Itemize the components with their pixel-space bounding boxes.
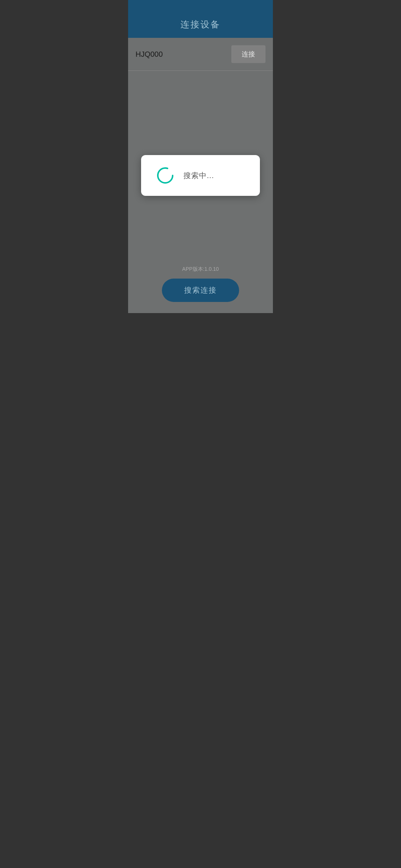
device-name: HJQ000 — [136, 50, 163, 59]
device-list: HJQ000 连接 — [128, 38, 273, 71]
page-title: 连接设备 — [136, 19, 265, 30]
content-area: HJQ000 连接 搜索中... APP版本:1.0.10 搜索连接 — [128, 38, 273, 313]
bottom-area: APP版本:1.0.10 搜索连接 — [128, 266, 273, 313]
version-text: APP版本:1.0.10 — [182, 266, 219, 273]
connect-button[interactable]: 连接 — [231, 45, 265, 63]
device-item: HJQ000 连接 — [128, 38, 273, 71]
screen: 连接设备 HJQ000 连接 搜索中... APP版本:1.0.10 搜索连接 — [128, 0, 273, 313]
loading-modal: 搜索中... — [141, 155, 260, 196]
search-connect-button[interactable]: 搜索连接 — [162, 279, 239, 302]
loading-text: 搜索中... — [183, 171, 214, 181]
spinner-svg — [156, 166, 175, 185]
svg-point-0 — [158, 168, 173, 183]
header: 连接设备 — [128, 0, 273, 38]
loading-spinner — [156, 166, 175, 185]
